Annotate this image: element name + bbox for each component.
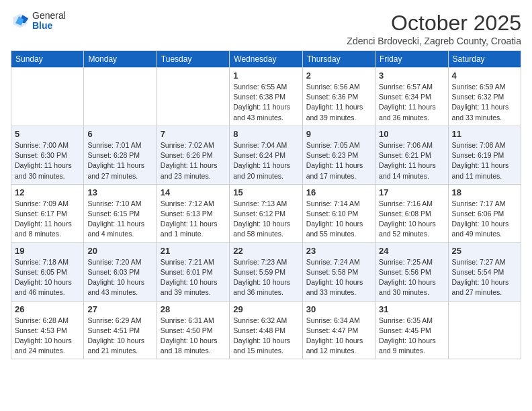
calendar-cell: 22Sunrise: 7:23 AM Sunset: 5:59 PM Dayli… (230, 242, 302, 301)
calendar-cell: 8Sunrise: 7:04 AM Sunset: 6:24 PM Daylig… (230, 126, 302, 184)
weekday-header-friday: Friday (375, 51, 448, 68)
day-info: Sunrise: 7:06 AM Sunset: 6:21 PM Dayligh… (379, 140, 444, 181)
day-number: 21 (161, 246, 226, 256)
calendar-cell: 18Sunrise: 7:17 AM Sunset: 6:06 PM Dayli… (448, 184, 521, 242)
day-number: 31 (379, 304, 444, 314)
day-info: Sunrise: 6:59 AM Sunset: 6:32 PM Dayligh… (452, 82, 517, 123)
calendar-cell: 6Sunrise: 7:01 AM Sunset: 6:28 PM Daylig… (84, 126, 157, 184)
calendar-cell: 23Sunrise: 7:24 AM Sunset: 5:58 PM Dayli… (302, 242, 375, 301)
calendar-cell (11, 68, 84, 126)
weekday-header-saturday: Saturday (448, 51, 521, 68)
calendar-week-row: 26Sunrise: 6:28 AM Sunset: 4:53 PM Dayli… (11, 301, 521, 359)
day-info: Sunrise: 7:16 AM Sunset: 6:08 PM Dayligh… (379, 199, 444, 240)
logo-blue-text: Blue (32, 21, 66, 31)
day-info: Sunrise: 6:56 AM Sunset: 6:36 PM Dayligh… (306, 82, 371, 123)
day-number: 6 (87, 129, 152, 139)
calendar-cell: 19Sunrise: 7:18 AM Sunset: 6:05 PM Dayli… (11, 242, 84, 301)
day-number: 11 (452, 129, 517, 139)
day-number: 27 (87, 304, 152, 314)
logo-text: General Blue (32, 11, 66, 32)
day-info: Sunrise: 6:55 AM Sunset: 6:38 PM Dayligh… (233, 82, 298, 123)
day-info: Sunrise: 6:34 AM Sunset: 4:47 PM Dayligh… (306, 316, 371, 357)
day-info: Sunrise: 7:17 AM Sunset: 6:06 PM Dayligh… (452, 199, 517, 240)
calendar-cell: 28Sunrise: 6:31 AM Sunset: 4:50 PM Dayli… (157, 301, 229, 359)
calendar-cell: 1Sunrise: 6:55 AM Sunset: 6:38 PM Daylig… (230, 68, 302, 126)
day-number: 26 (15, 304, 80, 314)
page-header: General Blue October 2025 Zdenci Brdovec… (11, 11, 521, 46)
calendar-cell: 4Sunrise: 6:59 AM Sunset: 6:32 PM Daylig… (448, 68, 521, 126)
calendar-cell: 15Sunrise: 7:13 AM Sunset: 6:12 PM Dayli… (230, 184, 302, 242)
day-number: 2 (306, 71, 371, 81)
day-number: 12 (15, 187, 80, 197)
day-info: Sunrise: 7:24 AM Sunset: 5:58 PM Dayligh… (306, 257, 371, 298)
calendar-cell (84, 68, 157, 126)
calendar-cell: 2Sunrise: 6:56 AM Sunset: 6:36 PM Daylig… (302, 68, 375, 126)
day-info: Sunrise: 7:13 AM Sunset: 6:12 PM Dayligh… (233, 199, 298, 240)
day-info: Sunrise: 7:01 AM Sunset: 6:28 PM Dayligh… (87, 140, 152, 181)
calendar-cell: 20Sunrise: 7:20 AM Sunset: 6:03 PM Dayli… (84, 242, 157, 301)
day-info: Sunrise: 7:18 AM Sunset: 6:05 PM Dayligh… (15, 257, 80, 298)
calendar-cell: 31Sunrise: 6:35 AM Sunset: 4:45 PM Dayli… (375, 301, 448, 359)
calendar-cell (448, 301, 521, 359)
calendar-cell: 24Sunrise: 7:25 AM Sunset: 5:56 PM Dayli… (375, 242, 448, 301)
calendar-week-row: 19Sunrise: 7:18 AM Sunset: 6:05 PM Dayli… (11, 242, 521, 301)
logo-general-text: General (32, 11, 66, 21)
title-block: October 2025 Zdenci Brdovecki, Zagreb Co… (347, 11, 521, 46)
calendar-cell (157, 68, 229, 126)
day-info: Sunrise: 7:02 AM Sunset: 6:26 PM Dayligh… (161, 140, 226, 181)
calendar-cell: 5Sunrise: 7:00 AM Sunset: 6:30 PM Daylig… (11, 126, 84, 184)
calendar-cell: 3Sunrise: 6:57 AM Sunset: 6:34 PM Daylig… (375, 68, 448, 126)
day-number: 19 (15, 246, 80, 256)
calendar-cell: 29Sunrise: 6:32 AM Sunset: 4:48 PM Dayli… (230, 301, 302, 359)
day-info: Sunrise: 7:23 AM Sunset: 5:59 PM Dayligh… (233, 257, 298, 298)
day-number: 15 (233, 187, 298, 197)
day-number: 8 (233, 129, 298, 139)
calendar-cell: 13Sunrise: 7:10 AM Sunset: 6:15 PM Dayli… (84, 184, 157, 242)
weekday-header-thursday: Thursday (302, 51, 375, 68)
day-number: 23 (306, 246, 371, 256)
calendar-cell: 16Sunrise: 7:14 AM Sunset: 6:10 PM Dayli… (302, 184, 375, 242)
day-info: Sunrise: 7:21 AM Sunset: 6:01 PM Dayligh… (161, 257, 226, 298)
calendar-table: SundayMondayTuesdayWednesdayThursdayFrid… (11, 50, 521, 359)
calendar-week-row: 12Sunrise: 7:09 AM Sunset: 6:17 PM Dayli… (11, 184, 521, 242)
day-info: Sunrise: 7:10 AM Sunset: 6:15 PM Dayligh… (87, 199, 152, 240)
calendar-cell: 11Sunrise: 7:08 AM Sunset: 6:19 PM Dayli… (448, 126, 521, 184)
location-subtitle: Zdenci Brdovecki, Zagreb County, Croatia (347, 36, 521, 46)
calendar-cell: 27Sunrise: 6:29 AM Sunset: 4:51 PM Dayli… (84, 301, 157, 359)
logo-icon (11, 11, 30, 30)
day-info: Sunrise: 7:00 AM Sunset: 6:30 PM Dayligh… (15, 140, 80, 181)
day-number: 30 (306, 304, 371, 314)
logo: General Blue (11, 11, 66, 32)
day-info: Sunrise: 7:04 AM Sunset: 6:24 PM Dayligh… (233, 140, 298, 181)
weekday-header-monday: Monday (84, 51, 157, 68)
day-info: Sunrise: 7:20 AM Sunset: 6:03 PM Dayligh… (87, 257, 152, 298)
day-info: Sunrise: 7:05 AM Sunset: 6:23 PM Dayligh… (306, 140, 371, 181)
calendar-cell: 21Sunrise: 7:21 AM Sunset: 6:01 PM Dayli… (157, 242, 229, 301)
weekday-header-row: SundayMondayTuesdayWednesdayThursdayFrid… (11, 51, 521, 68)
weekday-header-tuesday: Tuesday (157, 51, 229, 68)
calendar-cell: 12Sunrise: 7:09 AM Sunset: 6:17 PM Dayli… (11, 184, 84, 242)
calendar-cell: 26Sunrise: 6:28 AM Sunset: 4:53 PM Dayli… (11, 301, 84, 359)
day-info: Sunrise: 7:25 AM Sunset: 5:56 PM Dayligh… (379, 257, 444, 298)
day-info: Sunrise: 7:09 AM Sunset: 6:17 PM Dayligh… (15, 199, 80, 240)
calendar-cell: 14Sunrise: 7:12 AM Sunset: 6:13 PM Dayli… (157, 184, 229, 242)
day-number: 25 (452, 246, 517, 256)
day-number: 7 (161, 129, 226, 139)
weekday-header-sunday: Sunday (11, 51, 84, 68)
calendar-week-row: 1Sunrise: 6:55 AM Sunset: 6:38 PM Daylig… (11, 68, 521, 126)
calendar-cell: 25Sunrise: 7:27 AM Sunset: 5:54 PM Dayli… (448, 242, 521, 301)
day-number: 3 (379, 71, 444, 81)
day-number: 18 (452, 187, 517, 197)
day-info: Sunrise: 6:32 AM Sunset: 4:48 PM Dayligh… (233, 316, 298, 357)
day-number: 14 (161, 187, 226, 197)
day-info: Sunrise: 7:27 AM Sunset: 5:54 PM Dayligh… (452, 257, 517, 298)
calendar-week-row: 5Sunrise: 7:00 AM Sunset: 6:30 PM Daylig… (11, 126, 521, 184)
day-number: 9 (306, 129, 371, 139)
day-info: Sunrise: 6:57 AM Sunset: 6:34 PM Dayligh… (379, 82, 444, 123)
day-number: 17 (379, 187, 444, 197)
calendar-cell: 10Sunrise: 7:06 AM Sunset: 6:21 PM Dayli… (375, 126, 448, 184)
day-number: 10 (379, 129, 444, 139)
calendar-cell: 9Sunrise: 7:05 AM Sunset: 6:23 PM Daylig… (302, 126, 375, 184)
day-number: 5 (15, 129, 80, 139)
day-info: Sunrise: 6:35 AM Sunset: 4:45 PM Dayligh… (379, 316, 444, 357)
